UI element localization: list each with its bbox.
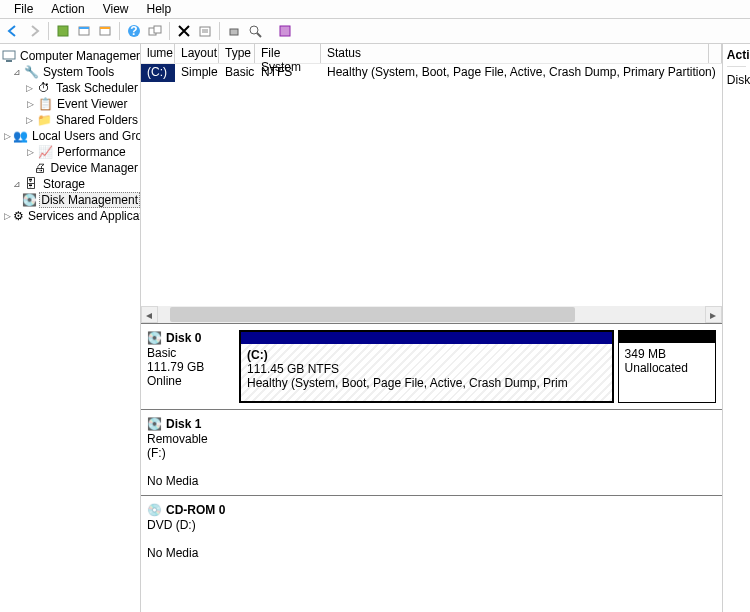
tree-event-viewer[interactable]: ▷📋Event Viewer: [0, 96, 140, 112]
disk0-status: Online: [147, 374, 229, 388]
toolbar-icon-7[interactable]: [196, 22, 214, 40]
svg-text:?: ?: [130, 24, 137, 38]
services-icon: ⚙: [13, 208, 24, 224]
scroll-thumb[interactable]: [170, 307, 575, 322]
menu-file[interactable]: File: [6, 2, 41, 16]
menu-view[interactable]: View: [95, 2, 137, 16]
menu-action[interactable]: Action: [43, 2, 92, 16]
vol-fs: NTFS: [255, 64, 321, 82]
vol-letter: (C:): [141, 64, 175, 82]
vol-type: Basic: [219, 64, 255, 82]
expand-icon[interactable]: ▷: [26, 99, 35, 109]
toolbar-icon-1[interactable]: [54, 22, 72, 40]
tools-icon: 🔧: [23, 64, 39, 80]
toolbar-icon-9[interactable]: [246, 22, 264, 40]
disk0-type: Basic: [147, 346, 229, 360]
col-volume[interactable]: lume: [141, 44, 175, 63]
partition-unallocated[interactable]: 349 MB Unallocated: [618, 330, 716, 403]
delete-icon[interactable]: [175, 22, 193, 40]
toolbar-icon-10[interactable]: [276, 22, 294, 40]
svg-rect-8: [154, 26, 161, 33]
tree-root[interactable]: Computer Management (Local: [0, 48, 140, 64]
disk-graphic-area: 💽Disk 0 Basic 111.79 GB Online (C:) 111.…: [141, 323, 722, 612]
cd-name: CD-ROM 0: [166, 503, 225, 517]
collapse-icon[interactable]: ⊿: [12, 179, 21, 189]
cd-type: DVD (D:): [147, 518, 229, 532]
center-panel: lume Layout Type File System Status (C:)…: [141, 44, 723, 612]
collapse-icon[interactable]: ⊿: [12, 67, 21, 77]
back-icon[interactable]: [4, 22, 22, 40]
h-scrollbar[interactable]: ◂ ▸: [141, 306, 722, 323]
folder-icon: 📁: [36, 112, 52, 128]
cdrom-panel[interactable]: 💿CD-ROM 0 DVD (D:) No Media: [141, 495, 722, 581]
tree-shared-folders[interactable]: ▷📁Shared Folders: [0, 112, 140, 128]
svg-rect-0: [58, 26, 68, 36]
actions-panel: Actions Disk: [723, 44, 750, 612]
svg-rect-4: [100, 27, 110, 29]
part-unalloc-status: Unallocated: [625, 361, 709, 375]
toolbar-icon-5[interactable]: [146, 22, 164, 40]
cd-media: No Media: [147, 546, 229, 560]
scroll-right-icon[interactable]: ▸: [705, 306, 722, 323]
disk1-media: No Media: [147, 474, 229, 488]
tree-task-scheduler[interactable]: ▷⏱Task Scheduler: [0, 80, 140, 96]
event-icon: 📋: [37, 96, 53, 112]
volume-header: lume Layout Type File System Status: [141, 44, 722, 64]
col-extra[interactable]: [709, 44, 722, 63]
disk-0-panel[interactable]: 💽Disk 0 Basic 111.79 GB Online (C:) 111.…: [141, 323, 722, 409]
vol-status: Healthy (System, Boot, Page File, Active…: [321, 64, 722, 82]
part-unalloc-size: 349 MB: [625, 347, 709, 361]
storage-icon: 🗄: [23, 176, 39, 192]
col-status[interactable]: Status: [321, 44, 709, 63]
vol-layout: Simple: [175, 64, 219, 82]
part-c-status: Healthy (System, Boot, Page File, Active…: [247, 376, 606, 390]
clock-icon: ⏱: [36, 80, 52, 96]
perf-icon: 📈: [37, 144, 53, 160]
tree-device-manager[interactable]: 🖨Device Manager: [0, 160, 140, 176]
menubar: File Action View Help: [0, 0, 750, 18]
tree-local-users[interactable]: ▷👥Local Users and Groups: [0, 128, 140, 144]
expand-icon[interactable]: ▷: [26, 115, 35, 125]
disk-icon: 💽: [147, 330, 163, 346]
actions-title: Actions: [727, 48, 746, 66]
disk0-name: Disk 0: [166, 331, 201, 345]
forward-icon[interactable]: [25, 22, 43, 40]
tree-services[interactable]: ▷⚙Services and Applications: [0, 208, 140, 224]
tree-performance[interactable]: ▷📈Performance: [0, 144, 140, 160]
col-filesystem[interactable]: File System: [255, 44, 321, 63]
actions-item[interactable]: Disk: [727, 66, 746, 87]
disk1-type: Removable (F:): [147, 432, 229, 460]
menu-help[interactable]: Help: [139, 2, 180, 16]
cdrom-icon: 💿: [147, 502, 163, 518]
svg-rect-13: [3, 51, 15, 59]
svg-rect-12: [280, 26, 290, 36]
partition-c[interactable]: (C:) 111.45 GB NTFS Healthy (System, Boo…: [239, 330, 614, 403]
toolbar-icon-3[interactable]: [96, 22, 114, 40]
col-type[interactable]: Type: [219, 44, 255, 63]
part-c-info: 111.45 GB NTFS: [247, 362, 606, 376]
tree-disk-management[interactable]: 💽Disk Management: [0, 192, 140, 208]
part-c-letter: (C:): [247, 348, 606, 362]
col-layout[interactable]: Layout: [175, 44, 219, 63]
tree-panel: Computer Management (Local ⊿🔧System Tool…: [0, 44, 141, 612]
toolbar-icon-8[interactable]: [225, 22, 243, 40]
expand-icon[interactable]: ▷: [26, 147, 35, 157]
expand-icon[interactable]: ▷: [26, 83, 35, 93]
tree-storage[interactable]: ⊿🗄Storage: [0, 176, 140, 192]
disk-1-panel[interactable]: 💽Disk 1 Removable (F:) No Media: [141, 409, 722, 495]
disk1-name: Disk 1: [166, 417, 201, 431]
computer-icon: [2, 48, 16, 64]
svg-point-11: [250, 26, 258, 34]
tree-system-tools[interactable]: ⊿🔧System Tools: [0, 64, 140, 80]
svg-rect-14: [6, 60, 12, 62]
toolbar-icon-2[interactable]: [75, 22, 93, 40]
volume-row[interactable]: (C:) Simple Basic NTFS Healthy (System, …: [141, 64, 722, 82]
expand-icon[interactable]: ▷: [4, 131, 11, 141]
help-icon[interactable]: ?: [125, 22, 143, 40]
users-icon: 👥: [13, 128, 28, 144]
svg-rect-2: [79, 27, 89, 29]
disk0-size: 111.79 GB: [147, 360, 229, 374]
scroll-left-icon[interactable]: ◂: [141, 306, 158, 323]
expand-icon[interactable]: ▷: [4, 211, 11, 221]
disk-icon: 💽: [22, 192, 37, 208]
